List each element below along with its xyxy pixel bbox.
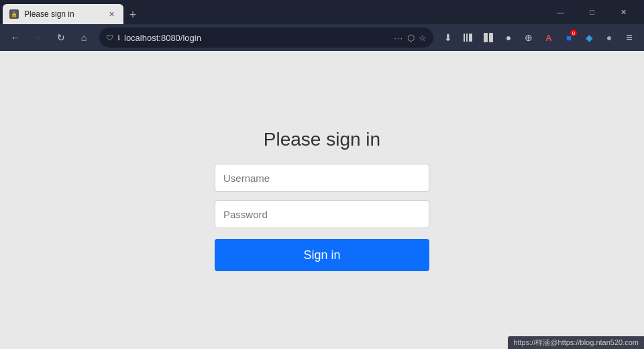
address-bar[interactable]: 🛡 ℹ localhost:8080/login ··· ⬡ ☆ (99, 28, 433, 48)
back-button[interactable]: ← (5, 28, 25, 48)
status-text: https://样涵@https://blog.ntan520.com (513, 338, 639, 346)
active-tab[interactable]: 🔒 Please sign in ✕ (3, 4, 123, 24)
svg-rect-4 (489, 33, 493, 42)
download-icon[interactable]: ⬇ (439, 28, 458, 47)
bookmark-star-icon: ☆ (419, 33, 427, 43)
tab-favicon: 🔒 (9, 9, 19, 19)
security-icon: 🛡 (106, 34, 113, 42)
address-text: localhost:8080/login (124, 33, 390, 43)
badge-count: 0 (570, 30, 577, 36)
reader-view-icon[interactable] (479, 28, 498, 47)
library-icon[interactable] (459, 28, 478, 47)
maximize-button[interactable]: □ (577, 0, 607, 24)
address-dots: ··· (394, 33, 403, 43)
page-content: Please sign in Sign in (0, 51, 644, 349)
password-input[interactable] (215, 200, 429, 228)
svg-rect-0 (464, 34, 465, 42)
browser-chrome: 🔒 Please sign in ✕ + — □ ✕ ← → ↻ ⌂ 🛡 ℹ l… (0, 0, 644, 51)
sign-in-button[interactable]: Sign in (215, 239, 429, 271)
menu-button[interactable]: ≡ (620, 28, 639, 47)
login-form: Please sign in Sign in (215, 129, 429, 271)
tab-bar: 🔒 Please sign in ✕ + (3, 0, 545, 24)
minimize-button[interactable]: — (545, 0, 576, 24)
translate-icon[interactable]: ⊕ (519, 28, 538, 47)
tab-close-button[interactable]: ✕ (106, 9, 117, 19)
tab-title: Please sign in (24, 9, 101, 19)
info-icon: ℹ (117, 34, 120, 42)
close-button[interactable]: ✕ (608, 0, 639, 24)
svg-rect-3 (484, 33, 488, 42)
nav-bar: ← → ↻ ⌂ 🛡 ℹ localhost:8080/login ··· ⬡ ☆… (0, 24, 644, 51)
home-button[interactable]: ⌂ (74, 28, 94, 48)
svg-rect-1 (466, 34, 468, 42)
pocket-icon: ⬡ (407, 33, 415, 43)
avatar-icon[interactable]: ● (600, 28, 619, 47)
svg-rect-2 (469, 34, 472, 42)
forward-button[interactable]: → (28, 28, 48, 48)
account-icon[interactable]: ● (499, 28, 518, 47)
username-input[interactable] (215, 164, 429, 192)
extension2-icon[interactable]: ◆ (580, 28, 598, 47)
new-tab-button[interactable]: + (123, 5, 142, 24)
window-controls: — □ ✕ (545, 0, 641, 24)
title-bar: 🔒 Please sign in ✕ + — □ ✕ (0, 0, 644, 24)
reload-button[interactable]: ↻ (51, 28, 71, 48)
extension1-icon[interactable]: ■ 0 (559, 28, 578, 47)
toolbar-icons: ⬇ ● ⊕ A ■ 0 ◆ ● (439, 28, 639, 47)
page-title: Please sign in (264, 129, 380, 150)
status-bar: https://样涵@https://blog.ntan520.com (508, 336, 644, 349)
adblock-icon[interactable]: A (539, 28, 558, 47)
